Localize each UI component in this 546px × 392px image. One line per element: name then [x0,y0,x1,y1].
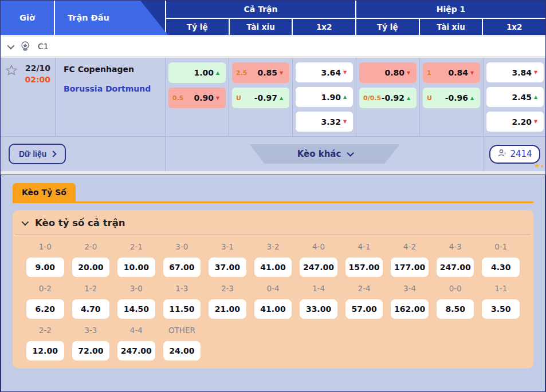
score-odds-button[interactable]: 21.00 [209,299,246,319]
trend-icon [407,70,413,76]
chevron-down-icon [7,42,15,49]
score-odds-button[interactable]: 3.50 [482,299,520,319]
correct-score-section: Kèo Tỷ Số Kèo tỷ số cả trận 1-09.00 2-02… [1,175,545,391]
odds-half-1[interactable]: 3.84 [486,62,544,82]
odds-full-handicap-home[interactable]: 1.00 [168,62,226,83]
score-odds-button[interactable]: 247.00 [300,258,337,277]
score-odds-button[interactable]: 6.20 [26,299,64,319]
score-grid-row-1: 1-09.00 2-020.00 2-110.00 3-067.00 3-137… [13,235,533,277]
trend-icon [534,70,540,75]
score-odds-button[interactable]: 247.00 [437,258,474,277]
score-odds-button[interactable]: 20.00 [72,258,110,277]
score-odds-button[interactable]: 247.00 [117,341,155,361]
person-icon [497,149,506,160]
panel-header[interactable]: Kèo tỷ số cả trận [13,210,533,235]
trend-icon [534,94,540,100]
odds-full-over[interactable]: 2.5 0.85 [232,62,289,83]
sparkle-stars-icon: ★★ [534,162,544,169]
score-label: 2-2 [25,326,65,335]
tab-time[interactable]: Giờ [1,1,55,35]
teams-cell[interactable]: FC Copenhagen Borussia Dortmund [55,58,165,136]
action-row: Dữ liệu Kèo khác [1,137,545,171]
odds-half-2[interactable]: 2.20 [486,112,544,132]
odds-full-1[interactable]: 3.64 [296,62,353,82]
odds-col-full-1x2: 3.64 1.90 3.32 [292,58,356,136]
odds-half-handicap-away[interactable]: 0/0.5 -0.92 [359,88,417,108]
score-odds-button[interactable]: 14.50 [117,299,155,319]
odds-full-under[interactable]: U -0.97 [232,88,289,108]
trend-icon [470,70,476,76]
trend-icon [534,119,540,124]
odds-col-half-handicap: 0.80 0/0.5 -0.92 [356,58,419,136]
score-odds-button[interactable]: 157.00 [345,258,383,277]
trend-icon [407,96,413,101]
group-label-full: Cả Trận [166,1,355,18]
score-odds-button[interactable]: 10.00 [117,258,155,277]
score-odds-button[interactable]: 41.00 [254,258,292,277]
odds-col-full-handicap: 1.00 0.5 0.90 [165,58,229,136]
trend-icon [470,96,476,101]
score-label: 1-3 [162,284,202,293]
header-group-first-half: Hiệp 1 Tỷ lệ Tài xỉu 1x2 [355,1,545,35]
odds-half-under[interactable]: U -0.96 [423,88,480,108]
col-half-1x2: 1x2 [482,19,545,35]
score-label: 0-1 [481,242,521,251]
odds-half-over[interactable]: 1 0.84 [423,62,480,83]
odds-full-handicap-away[interactable]: 0.5 0.90 [168,88,226,108]
viewer-count-pill[interactable]: 2414 [489,145,540,164]
odds-half-x[interactable]: 2.45 [486,87,544,107]
score-odds-button[interactable]: 12.00 [26,341,64,361]
score-label: 2-0 [71,242,111,251]
viewer-count: 2414 [510,149,532,159]
score-odds-button[interactable]: 41.00 [254,299,292,319]
score-odds-button[interactable]: 11.50 [163,299,201,319]
data-button[interactable]: Dữ liệu [9,144,66,164]
score-odds-button[interactable]: 57.00 [345,299,383,319]
score-label: 2-1 [116,242,156,251]
score-label: 3-0 [162,242,202,251]
tab-correct-score[interactable]: Kèo Tỷ Số [13,183,76,201]
score-label: 0-0 [435,284,476,293]
tab-underline [13,201,533,203]
score-label: 1-2 [71,284,111,293]
group-label-half: Hiệp 1 [356,1,545,18]
col-half-handicap: Tỷ lệ [356,19,419,35]
score-grid-row-2: 0-26.20 1-24.70 3-014.50 1-311.50 2-321.… [13,277,533,319]
score-odds-button[interactable]: 4.70 [72,299,110,319]
odds-full-2[interactable]: 3.32 [296,112,353,132]
score-odds-button[interactable]: 24.00 [163,341,201,361]
score-label: 2-3 [207,284,248,293]
chevron-down-icon [347,149,355,157]
score-odds-button[interactable]: 8.50 [437,299,474,319]
score-odds-button[interactable]: 72.00 [72,341,110,361]
match-time: 02:00 [21,75,50,84]
col-half-overunder: Tài xỉu [419,19,482,35]
trend-icon [343,119,349,124]
score-label: 4-0 [298,242,339,251]
odds-full-x[interactable]: 1.90 [296,87,353,107]
score-odds-button[interactable]: 37.00 [209,258,246,277]
score-label: 3-1 [207,242,248,251]
odds-col-full-ou: 2.5 0.85 U -0.97 [229,58,292,136]
more-odds-button[interactable]: Kèo khác [250,144,400,164]
score-label: 4-4 [116,326,156,335]
odds-half-handicap-home[interactable]: 0.80 [359,62,417,83]
table-header: Cả Trận Tỷ lệ Tài xỉu 1x2 Hiệp 1 Tỷ lệ T… [1,1,545,35]
score-odds-button[interactable]: 9.00 [26,258,64,277]
score-label: 3-2 [253,242,293,251]
score-label: 4-2 [390,242,430,251]
header-tabs: Giờ Trận Đấu [1,1,168,35]
score-odds-button[interactable]: 162.00 [391,299,429,319]
score-odds-button[interactable]: 33.00 [300,299,337,319]
trend-icon [343,70,349,75]
panel-title: Kèo tỷ số cả trận [35,217,125,228]
score-odds-button[interactable]: 67.00 [163,258,201,277]
score-label: 4-3 [435,242,476,251]
score-grid-row-3: 2-212.00 3-372.00 4-4247.00 OTHER24.00 [13,319,533,361]
league-row[interactable]: C1 [1,37,545,56]
odds-col-half-1x2: 3.84 2.45 2.20 [483,58,546,136]
favorite-star-icon[interactable] [5,64,18,136]
score-odds-button[interactable]: 177.00 [391,258,429,277]
col-full-overunder: Tài xỉu [229,19,292,35]
score-odds-button[interactable]: 4.30 [482,258,520,277]
